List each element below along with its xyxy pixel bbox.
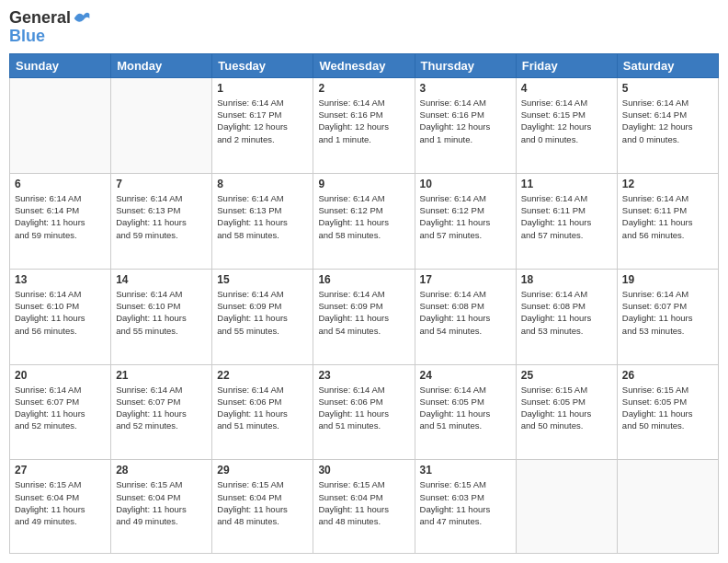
- day-info: Sunrise: 6:14 AM Sunset: 6:06 PM Dayligh…: [318, 384, 409, 432]
- day-number: 19: [622, 273, 713, 286]
- header: General Blue: [9, 9, 719, 46]
- day-cell: 13Sunrise: 6:14 AM Sunset: 6:10 PM Dayli…: [10, 269, 111, 364]
- header-row: SundayMondayTuesdayWednesdayThursdayFrid…: [10, 53, 719, 77]
- col-header-sunday: Sunday: [10, 53, 111, 77]
- day-number: 18: [521, 273, 612, 286]
- col-header-wednesday: Wednesday: [313, 53, 415, 77]
- day-number: 4: [521, 82, 612, 95]
- day-info: Sunrise: 6:15 AM Sunset: 6:03 PM Dayligh…: [420, 478, 511, 527]
- day-cell: 4Sunrise: 6:14 AM Sunset: 6:15 PM Daylig…: [516, 77, 617, 173]
- day-number: 7: [116, 178, 207, 190]
- day-cell: [111, 77, 212, 173]
- day-info: Sunrise: 6:15 AM Sunset: 6:05 PM Dayligh…: [521, 384, 612, 432]
- logo-text-blue: Blue: [9, 28, 91, 46]
- day-number: 5: [622, 82, 713, 95]
- day-info: Sunrise: 6:14 AM Sunset: 6:12 PM Dayligh…: [318, 192, 409, 241]
- day-cell: 15Sunrise: 6:14 AM Sunset: 6:09 PM Dayli…: [212, 269, 313, 364]
- col-header-friday: Friday: [516, 53, 617, 77]
- logo-icon: [73, 9, 91, 28]
- day-info: Sunrise: 6:14 AM Sunset: 6:09 PM Dayligh…: [217, 288, 308, 337]
- day-number: 12: [622, 178, 713, 190]
- day-cell: 2Sunrise: 6:14 AM Sunset: 6:16 PM Daylig…: [313, 77, 415, 173]
- day-info: Sunrise: 6:14 AM Sunset: 6:11 PM Dayligh…: [622, 192, 713, 241]
- day-info: Sunrise: 6:14 AM Sunset: 6:05 PM Dayligh…: [420, 384, 511, 432]
- day-cell: 26Sunrise: 6:15 AM Sunset: 6:05 PM Dayli…: [617, 364, 718, 460]
- day-number: 25: [521, 369, 612, 382]
- logo-text-general: General: [9, 9, 71, 28]
- day-info: Sunrise: 6:14 AM Sunset: 6:13 PM Dayligh…: [116, 192, 207, 241]
- day-cell: 22Sunrise: 6:14 AM Sunset: 6:06 PM Dayli…: [212, 364, 313, 460]
- day-number: 17: [420, 273, 511, 286]
- day-number: 10: [420, 178, 511, 190]
- day-cell: 24Sunrise: 6:14 AM Sunset: 6:05 PM Dayli…: [415, 364, 516, 460]
- day-number: 16: [318, 273, 409, 286]
- day-cell: 10Sunrise: 6:14 AM Sunset: 6:12 PM Dayli…: [415, 173, 516, 269]
- day-info: Sunrise: 6:14 AM Sunset: 6:07 PM Dayligh…: [15, 384, 106, 432]
- day-number: 26: [622, 369, 713, 382]
- day-info: Sunrise: 6:15 AM Sunset: 6:04 PM Dayligh…: [217, 478, 308, 527]
- day-cell: 29Sunrise: 6:15 AM Sunset: 6:04 PM Dayli…: [212, 460, 313, 554]
- day-cell: [516, 460, 617, 554]
- week-row-5: 27Sunrise: 6:15 AM Sunset: 6:04 PM Dayli…: [10, 460, 719, 554]
- day-info: Sunrise: 6:15 AM Sunset: 6:04 PM Dayligh…: [318, 478, 409, 527]
- day-number: 11: [521, 178, 612, 190]
- week-row-3: 13Sunrise: 6:14 AM Sunset: 6:10 PM Dayli…: [10, 269, 719, 364]
- day-number: 1: [217, 82, 308, 95]
- day-cell: 31Sunrise: 6:15 AM Sunset: 6:03 PM Dayli…: [415, 460, 516, 554]
- day-number: 22: [217, 369, 308, 382]
- day-info: Sunrise: 6:14 AM Sunset: 6:08 PM Dayligh…: [420, 288, 511, 337]
- day-number: 3: [420, 82, 511, 95]
- col-header-thursday: Thursday: [415, 53, 516, 77]
- day-cell: 9Sunrise: 6:14 AM Sunset: 6:12 PM Daylig…: [313, 173, 415, 269]
- day-info: Sunrise: 6:14 AM Sunset: 6:07 PM Dayligh…: [622, 288, 713, 337]
- week-row-2: 6Sunrise: 6:14 AM Sunset: 6:14 PM Daylig…: [10, 173, 719, 269]
- day-number: 6: [15, 178, 106, 190]
- day-number: 14: [116, 273, 207, 286]
- day-info: Sunrise: 6:14 AM Sunset: 6:14 PM Dayligh…: [622, 97, 713, 145]
- day-number: 29: [217, 464, 308, 477]
- day-number: 24: [420, 369, 511, 382]
- day-cell: 23Sunrise: 6:14 AM Sunset: 6:06 PM Dayli…: [313, 364, 415, 460]
- day-cell: 11Sunrise: 6:14 AM Sunset: 6:11 PM Dayli…: [516, 173, 617, 269]
- day-cell: 6Sunrise: 6:14 AM Sunset: 6:14 PM Daylig…: [10, 173, 111, 269]
- day-number: 31: [420, 464, 511, 477]
- day-number: 27: [15, 464, 106, 477]
- day-info: Sunrise: 6:14 AM Sunset: 6:16 PM Dayligh…: [318, 97, 409, 145]
- day-number: 15: [217, 273, 308, 286]
- day-number: 2: [318, 82, 409, 95]
- day-number: 13: [15, 273, 106, 286]
- day-info: Sunrise: 6:15 AM Sunset: 6:04 PM Dayligh…: [15, 478, 106, 527]
- day-cell: 12Sunrise: 6:14 AM Sunset: 6:11 PM Dayli…: [617, 173, 718, 269]
- day-cell: 25Sunrise: 6:15 AM Sunset: 6:05 PM Dayli…: [516, 364, 617, 460]
- day-cell: [10, 77, 111, 173]
- day-cell: 28Sunrise: 6:15 AM Sunset: 6:04 PM Dayli…: [111, 460, 212, 554]
- day-info: Sunrise: 6:14 AM Sunset: 6:13 PM Dayligh…: [217, 192, 308, 241]
- day-info: Sunrise: 6:14 AM Sunset: 6:10 PM Dayligh…: [15, 288, 106, 337]
- logo: General Blue: [9, 9, 91, 46]
- day-number: 20: [15, 369, 106, 382]
- col-header-saturday: Saturday: [617, 53, 718, 77]
- day-info: Sunrise: 6:14 AM Sunset: 6:10 PM Dayligh…: [116, 288, 207, 337]
- day-cell: 20Sunrise: 6:14 AM Sunset: 6:07 PM Dayli…: [10, 364, 111, 460]
- day-cell: [617, 460, 718, 554]
- day-number: 28: [116, 464, 207, 477]
- day-number: 8: [217, 178, 308, 190]
- day-info: Sunrise: 6:14 AM Sunset: 6:08 PM Dayligh…: [521, 288, 612, 337]
- day-cell: 17Sunrise: 6:14 AM Sunset: 6:08 PM Dayli…: [415, 269, 516, 364]
- day-cell: 27Sunrise: 6:15 AM Sunset: 6:04 PM Dayli…: [10, 460, 111, 554]
- week-row-4: 20Sunrise: 6:14 AM Sunset: 6:07 PM Dayli…: [10, 364, 719, 460]
- day-info: Sunrise: 6:14 AM Sunset: 6:07 PM Dayligh…: [116, 384, 207, 432]
- week-row-1: 1Sunrise: 6:14 AM Sunset: 6:17 PM Daylig…: [10, 77, 719, 173]
- day-info: Sunrise: 6:14 AM Sunset: 6:11 PM Dayligh…: [521, 192, 612, 241]
- day-cell: 19Sunrise: 6:14 AM Sunset: 6:07 PM Dayli…: [617, 269, 718, 364]
- day-cell: 16Sunrise: 6:14 AM Sunset: 6:09 PM Dayli…: [313, 269, 415, 364]
- day-number: 9: [318, 178, 409, 190]
- day-cell: 5Sunrise: 6:14 AM Sunset: 6:14 PM Daylig…: [617, 77, 718, 173]
- day-cell: 18Sunrise: 6:14 AM Sunset: 6:08 PM Dayli…: [516, 269, 617, 364]
- day-info: Sunrise: 6:14 AM Sunset: 6:06 PM Dayligh…: [217, 384, 308, 432]
- day-number: 21: [116, 369, 207, 382]
- day-cell: 8Sunrise: 6:14 AM Sunset: 6:13 PM Daylig…: [212, 173, 313, 269]
- day-info: Sunrise: 6:14 AM Sunset: 6:16 PM Dayligh…: [420, 97, 511, 145]
- day-cell: 7Sunrise: 6:14 AM Sunset: 6:13 PM Daylig…: [111, 173, 212, 269]
- day-info: Sunrise: 6:14 AM Sunset: 6:12 PM Dayligh…: [420, 192, 511, 241]
